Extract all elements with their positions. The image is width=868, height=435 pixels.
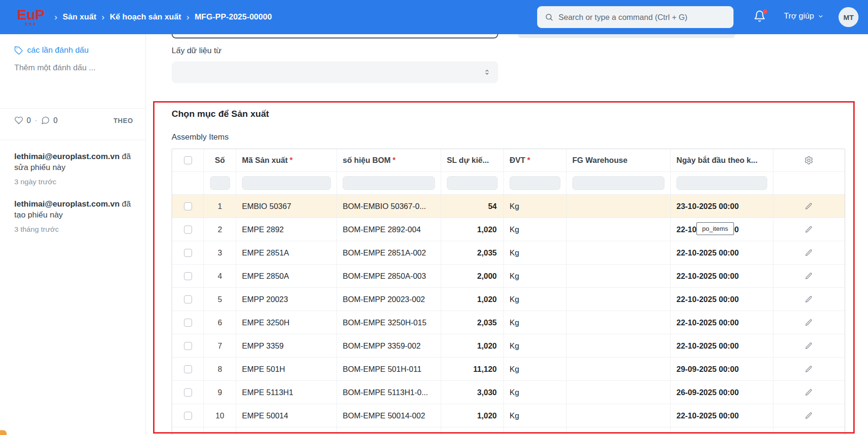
user-avatar[interactable]: MT — [839, 7, 858, 27]
filter-cell — [503, 172, 566, 194]
edit-row-button[interactable] — [805, 412, 813, 420]
breadcrumb-chevron-icon: › — [102, 12, 105, 22]
row-checkbox[interactable] — [184, 249, 192, 257]
fetch-from-select[interactable] — [172, 61, 498, 83]
uom-cell: Kg — [503, 311, 566, 334]
row-checkbox[interactable] — [184, 272, 192, 280]
select-all-checkbox[interactable] — [184, 156, 192, 164]
uom-cell: Kg — [503, 427, 566, 435]
row-checkbox[interactable] — [184, 365, 192, 373]
row-edit-cell — [773, 265, 844, 287]
filter-input[interactable] — [510, 176, 560, 190]
uom-cell: Kg — [503, 241, 566, 264]
edit-row-button[interactable] — [805, 319, 813, 327]
row-checkbox[interactable] — [184, 226, 192, 234]
row-checkbox[interactable] — [184, 202, 192, 210]
planned-qty-cell: 2,000 — [441, 265, 503, 287]
breadcrumb-item[interactable]: Sản xuất — [63, 12, 96, 22]
row-checkbox[interactable] — [184, 342, 192, 350]
fg-warehouse-cell — [566, 288, 670, 311]
column-header: FG Warehouse — [566, 149, 670, 171]
follow-button[interactable]: THEO — [114, 117, 133, 124]
row-index: 8 — [203, 358, 236, 380]
filter-cell — [566, 172, 670, 194]
row-checkbox[interactable] — [184, 319, 192, 327]
filter-input[interactable] — [676, 176, 767, 190]
filter-cell — [236, 172, 337, 194]
likes-row: 0 · 0 THEO — [14, 116, 133, 125]
edit-row-button[interactable] — [805, 365, 813, 373]
separator-dot: · — [35, 116, 37, 125]
app-logo[interactable]: EuP ERP — [17, 8, 45, 27]
notifications-button[interactable] — [753, 10, 768, 24]
item-code-cell: EMPE 50351H — [236, 427, 337, 435]
planned-qty-cell: 54 — [441, 195, 503, 218]
item-code-cell: EMPE 5113H1 — [236, 381, 337, 404]
row-index: 11 — [203, 427, 236, 435]
edit-row-button[interactable] — [805, 295, 813, 303]
row-checkbox[interactable] — [184, 412, 192, 420]
edit-row-button[interactable] — [805, 272, 813, 280]
search-icon — [545, 13, 553, 21]
breadcrumb-item[interactable]: Kế hoạch sản xuất — [110, 12, 181, 22]
sidebar: các lần đánh dấu Thêm một đánh dấu ... 0… — [0, 34, 146, 435]
filter-cell — [337, 172, 441, 194]
table-row: 3EMPE 2851ABOM-EMPE 2851A-0022,035Kg22-1… — [172, 241, 845, 264]
global-search-input[interactable]: Search or type a command (Ctrl + G) — [537, 6, 733, 28]
required-asterisk: * — [393, 156, 395, 165]
edit-row-button[interactable] — [805, 249, 813, 257]
breadcrumb-chevron-icon: › — [186, 12, 189, 22]
cutoff-field-secondary[interactable] — [518, 34, 735, 38]
add-tag-button[interactable]: Thêm một đánh dấu ... — [14, 63, 96, 73]
row-checkbox[interactable] — [184, 388, 192, 397]
start-date-cell: 22-10-2025 00:00 — [670, 334, 773, 357]
breadcrumb-item[interactable]: MFG-PP-2025-00000 — [194, 12, 272, 22]
bom-cell: BOM-EMPE 2851A-002 — [337, 241, 441, 264]
fg-warehouse-cell — [566, 358, 670, 380]
item-code-cell: EMPE 501H — [236, 358, 337, 380]
filter-input[interactable] — [210, 176, 230, 190]
start-date-cell: 29-09-2025 00:00 — [670, 358, 773, 380]
filter-input[interactable] — [447, 176, 498, 190]
sidebar-tags-link[interactable]: các lần đánh dấu — [14, 46, 89, 55]
po-items-tooltip: po_items — [696, 222, 734, 235]
planned-qty-cell: 11,120 — [441, 358, 503, 380]
edit-row-button[interactable] — [805, 226, 813, 234]
start-date-cell: 23-10-2025 00:00 — [670, 195, 773, 218]
cutoff-field[interactable] — [172, 34, 498, 38]
column-header-label: Ngày bắt đầu theo k... — [676, 156, 758, 165]
cutoff-orange-element — [0, 430, 7, 435]
filter-input[interactable] — [572, 176, 665, 190]
filter-input[interactable] — [343, 176, 435, 190]
tags-link-label: các lần đánh dấu — [27, 46, 89, 55]
row-index: 10 — [203, 404, 236, 427]
row-checkbox[interactable] — [184, 295, 192, 303]
comments-button[interactable]: 0 — [41, 116, 58, 125]
fg-warehouse-cell — [566, 334, 670, 357]
column-header: số hiệu BOM* — [337, 149, 441, 171]
start-date-cell: 26-09-2025 00:00 — [670, 381, 773, 404]
edit-row-button[interactable] — [805, 388, 813, 397]
column-header: ĐVT* — [503, 149, 566, 171]
edit-row-button[interactable] — [805, 342, 813, 350]
edit-row-button[interactable] — [805, 202, 813, 210]
fetch-from-label: Lấy dữ liệu từ — [172, 46, 222, 56]
search-placeholder: Search or type a command (Ctrl + G) — [559, 13, 687, 22]
activity-user-email: lethimai@europlast.com.vn — [14, 152, 120, 161]
grid-label: Assembly Items — [172, 132, 229, 142]
uom-cell: Kg — [503, 195, 566, 218]
item-code-cell: EMPE 3250H — [236, 311, 337, 334]
grid-settings-button[interactable] — [804, 156, 813, 165]
item-code-cell: EMBIO 50367 — [236, 195, 337, 218]
filter-input[interactable] — [242, 176, 331, 190]
column-header-label: số hiệu BOM — [343, 156, 391, 165]
column-header-label: Số — [215, 156, 225, 165]
help-menu[interactable]: Trợ giúp — [784, 11, 824, 21]
fg-warehouse-cell — [566, 381, 670, 404]
column-header-label: SL dự kiế... — [447, 156, 489, 165]
table-row: 6EMPE 3250HBOM-EMPE 3250H-0152,035Kg22-1… — [172, 311, 845, 334]
start-date-cell: 22-10-2025 00:00 — [670, 404, 773, 427]
like-button[interactable]: 0 — [14, 116, 31, 125]
planned-qty-cell: 1,020 — [441, 334, 503, 357]
column-header-label: Mã Sản xuất — [242, 156, 288, 165]
